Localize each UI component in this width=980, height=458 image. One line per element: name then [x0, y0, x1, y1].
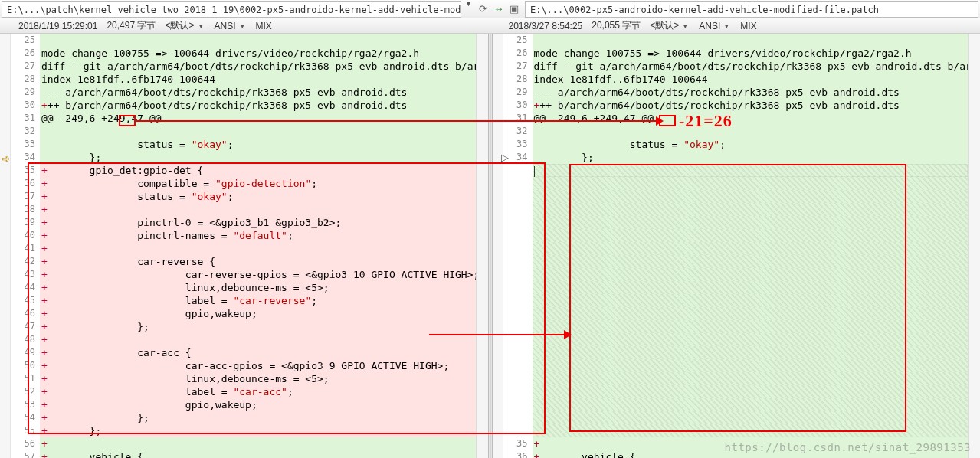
code-line[interactable]: 33 status = "okay"; — [503, 138, 969, 151]
left-size: 20,497 — [107, 20, 135, 31]
missing-line — [503, 294, 969, 307]
code-line[interactable]: 46+ gpio,wakeup; — [11, 307, 476, 320]
code-line[interactable]: 30+++ b/arch/arm64/boot/dts/rockchip/rk3… — [11, 99, 476, 112]
right-info: 2018/3/27 8:54:25 20,055 字节 <默认>▾ ANSI▾ … — [490, 18, 981, 33]
current-line-marker-left: ➪ — [2, 152, 11, 165]
code-line[interactable]: 26mode change 100755 => 100644 drivers/v… — [503, 47, 969, 60]
code-line[interactable]: 28index 1e81fdf..6fb1740 100644 — [11, 73, 476, 86]
right-default-dropdown[interactable]: <默认>▾ — [650, 19, 690, 32]
missing-line — [503, 372, 969, 385]
code-line[interactable]: 32 — [11, 125, 476, 138]
left-fold-gutter[interactable] — [0, 34, 11, 458]
code-line[interactable]: 25 — [11, 34, 476, 47]
left-pane: 2526mode change 100755 => 100644 drivers… — [0, 34, 488, 458]
code-line[interactable]: 30+++ b/arch/arm64/boot/dts/rockchip/rk3… — [503, 99, 969, 112]
diff-panes: 2526mode change 100755 => 100644 drivers… — [0, 34, 980, 458]
missing-line — [503, 307, 969, 320]
right-crlf-dropdown[interactable]: MIX — [740, 21, 756, 31]
code-line[interactable]: 42+ car-reverse { — [11, 255, 476, 268]
left-info: 2018/1/19 15:29:01 20,497 字节 <默认>▾ ANSI▾… — [0, 18, 490, 33]
code-line[interactable]: 29--- a/arch/arm64/boot/dts/rockchip/rk3… — [503, 86, 969, 99]
right-unit: 字节 — [622, 20, 641, 31]
code-line[interactable]: 26mode change 100755 => 100644 drivers/v… — [11, 47, 476, 60]
code-line[interactable]: 38+ — [11, 203, 476, 216]
missing-line — [503, 333, 969, 346]
missing-line — [503, 359, 969, 372]
code-line[interactable]: 43+ car-reverse-gpios = <&gpio3 10 GPIO_… — [11, 268, 476, 281]
left-file-path[interactable]: E:\...\patch\kernel_vehicle_two_2018_1_1… — [2, 1, 461, 18]
right-size: 20,055 — [592, 20, 620, 31]
missing-line — [503, 398, 969, 411]
info-bar: 2018/1/19 15:29:01 20,497 字节 <默认>▾ ANSI▾… — [0, 18, 980, 34]
missing-line — [503, 346, 969, 359]
code-line[interactable]: 41+ — [11, 242, 476, 255]
code-line[interactable]: 27diff --git a/arch/arm64/boot/dts/rockc… — [503, 60, 969, 73]
left-encoding-dropdown[interactable]: ANSI▾ — [215, 21, 247, 31]
code-line[interactable]: 55+ }; — [11, 424, 476, 437]
code-line[interactable]: 56+ — [11, 437, 476, 450]
code-line[interactable]: 57+ vehicle { — [11, 450, 476, 458]
code-line[interactable]: 47+ }; — [11, 320, 476, 333]
missing-line — [503, 268, 969, 281]
missing-line — [503, 385, 969, 398]
left-crlf-dropdown[interactable]: MIX — [256, 21, 272, 31]
code-line[interactable]: 31@@ -249,6 +249,47 @@ — [11, 112, 476, 125]
missing-line — [503, 177, 969, 190]
left-date: 2018/1/19 15:29:01 — [18, 21, 97, 31]
right-encoding-dropdown[interactable]: ANSI▾ — [699, 21, 731, 31]
code-line[interactable]: 31@@ -249,6 +249,47 @@ — [503, 112, 969, 125]
code-line[interactable]: 29--- a/arch/arm64/boot/dts/rockchip/rk3… — [11, 86, 476, 99]
toolbar: E:\...\patch\kernel_vehicle_two_2018_1_1… — [0, 0, 980, 18]
code-line[interactable]: 53+ gpio,wakeup; — [11, 398, 476, 411]
missing-line — [503, 411, 969, 424]
right-fold-gutter[interactable] — [493, 34, 503, 458]
missing-line — [503, 229, 969, 242]
code-line[interactable]: 28index 1e81fdf..6fb1740 100644 — [503, 73, 969, 86]
watermark: https://blog.csdn.net/sinat_29891353 — [725, 441, 971, 453]
right-code-area[interactable]: 2526mode change 100755 => 100644 drivers… — [503, 34, 969, 458]
code-line[interactable]: 32 — [503, 125, 969, 138]
code-line[interactable]: 50+ car-acc-gpios = <&gpio3 9 GPIO_ACTIV… — [11, 359, 476, 372]
refresh-icon[interactable]: ⟳ — [477, 3, 490, 15]
right-scrollbar[interactable] — [968, 34, 980, 458]
missing-line — [503, 242, 969, 255]
code-line[interactable]: 44+ linux,debounce-ms = <5>; — [11, 281, 476, 294]
current-line-marker-right: ▷ — [501, 152, 509, 163]
code-line[interactable]: 48+ — [11, 333, 476, 346]
code-line[interactable]: 35+ gpio_det:gpio-det { — [11, 164, 476, 177]
left-unit: 字节 — [137, 20, 156, 31]
missing-line — [503, 203, 969, 216]
missing-line — [503, 255, 969, 268]
code-line[interactable]: 36+ compatible = "gpio-detection"; — [11, 177, 476, 190]
code-line[interactable]: 54+ }; — [11, 411, 476, 424]
toolbar-icons: ⟳ ↔ ▣ — [474, 0, 523, 18]
left-code-area[interactable]: 2526mode change 100755 => 100644 drivers… — [11, 34, 476, 458]
right-pane: 2526mode change 100755 => 100644 drivers… — [493, 34, 981, 458]
code-line[interactable]: 34 }; — [503, 151, 969, 164]
right-date: 2018/3/27 8:54:25 — [509, 21, 583, 31]
sync-icon[interactable]: ↔ — [493, 3, 505, 15]
code-line[interactable]: 39+ pinctrl-0 = <&gpio3_b1 &gpio3_b2>; — [11, 216, 476, 229]
right-file-path[interactable]: E:\...\0002-px5-androido-kernel-add-vehi… — [525, 1, 978, 18]
code-line[interactable]: 37+ status = "okay"; — [11, 190, 476, 203]
code-line[interactable]: 25 — [503, 34, 969, 47]
missing-line — [503, 216, 969, 229]
code-line[interactable]: 40+ pinctrl-names = "default"; — [11, 229, 476, 242]
code-line[interactable]: 33 status = "okay"; — [11, 138, 476, 151]
missing-line — [503, 164, 969, 177]
code-line[interactable]: 27diff --git a/arch/arm64/boot/dts/rockc… — [11, 60, 476, 73]
left-default-dropdown[interactable]: <默认>▾ — [165, 19, 205, 32]
code-line[interactable]: 34 }; — [11, 151, 476, 164]
left-scrollbar[interactable] — [476, 34, 488, 458]
save-icon[interactable]: ▣ — [508, 3, 520, 15]
missing-line — [503, 424, 969, 437]
missing-line — [503, 281, 969, 294]
code-line[interactable]: 52+ label = "car-acc"; — [11, 385, 476, 398]
code-line[interactable]: 51+ linux,debounce-ms = <5>; — [11, 372, 476, 385]
missing-line — [503, 320, 969, 333]
dropdown-icon[interactable]: ▼ — [463, 0, 474, 18]
code-line[interactable]: 49+ car-acc { — [11, 346, 476, 359]
missing-line — [503, 190, 969, 203]
code-line[interactable]: 45+ label = "car-reverse"; — [11, 294, 476, 307]
